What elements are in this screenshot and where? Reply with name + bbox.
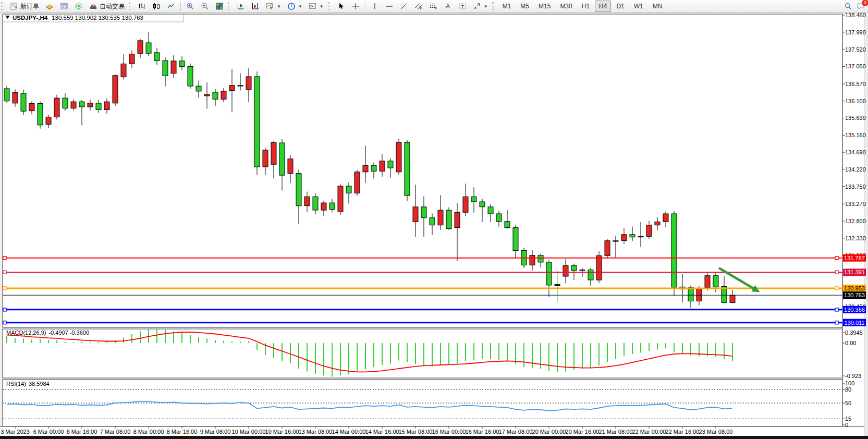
zoom-out-button[interactable] [198, 0, 212, 13]
crosshair-button[interactable] [348, 0, 363, 13]
chart-shift-button[interactable] [248, 0, 263, 13]
date-tick-label: 8 Mar 16:00 [167, 429, 198, 435]
periods-button[interactable]: ▼ [284, 0, 305, 13]
toolbar-grip[interactable] [228, 2, 231, 10]
candle-body [171, 61, 176, 74]
candle-body [113, 76, 118, 103]
candlestick-chart-icon [152, 2, 161, 10]
candle-body [388, 161, 393, 168]
text-label-tool-button[interactable]: T [455, 0, 470, 13]
text-icon: A [444, 2, 452, 10]
price-line-label-text: 131.391 [844, 269, 865, 275]
candle-body [129, 54, 135, 64]
market-watch-icon [60, 2, 68, 10]
text-tool-button[interactable]: A [441, 0, 455, 13]
line-handle[interactable] [835, 271, 838, 274]
candle-body [730, 295, 735, 302]
candle-body [455, 212, 460, 227]
candle-body [213, 92, 218, 99]
arrows-tool-button[interactable]: ▼ [470, 0, 491, 13]
date-tick-label: 21 Mar 08:00 [599, 429, 633, 435]
market-watch-button[interactable] [57, 0, 71, 13]
date-tick-label: 20 Mar 00:00 [532, 429, 566, 435]
timeframe-m5[interactable]: M5 [516, 1, 533, 12]
vertical-line-tool-button[interactable] [368, 0, 382, 13]
horizontal-line-tool-button[interactable] [382, 0, 397, 13]
candle-body [563, 265, 568, 276]
templates-button[interactable]: ▼ [305, 0, 327, 13]
crosshair-icon [351, 2, 360, 10]
line-handle[interactable] [3, 287, 6, 290]
candle-body [54, 98, 59, 117]
line-chart-icon [167, 2, 175, 10]
auto-scroll-button[interactable] [234, 0, 248, 13]
price-line-label-text: 130.011 [845, 320, 865, 326]
candle-body [29, 104, 34, 111]
trendline-tool-button[interactable] [397, 0, 411, 13]
date-tick-label: 3 Mar 2023 [1, 429, 30, 435]
line-handle[interactable] [835, 257, 838, 260]
candle-body [421, 207, 426, 218]
trendline-icon [400, 2, 408, 10]
price-tick-label: 133.750 [845, 184, 866, 190]
line-handle[interactable] [835, 308, 838, 311]
notifications-button[interactable]: 1 [857, 2, 865, 10]
fibonacci-tool-button[interactable]: F [426, 0, 441, 13]
current-price-label-text: 130.763 [844, 292, 865, 298]
price-tick-label: 135.160 [845, 132, 866, 138]
equidistant-channel-tool-button[interactable]: E [411, 0, 426, 13]
timeframe-m1[interactable]: M1 [498, 1, 516, 12]
candle-body [621, 235, 627, 241]
gold-tool-button[interactable] [42, 0, 57, 13]
line-chart-type-button[interactable] [164, 0, 178, 13]
candle-body [321, 203, 326, 210]
tile-windows-button[interactable] [212, 0, 227, 13]
timeframe-d1[interactable]: D1 [612, 1, 628, 12]
candle-body [588, 270, 593, 281]
search-icon[interactable] [844, 2, 852, 10]
cursor-button[interactable] [334, 0, 348, 13]
toolbar-grip[interactable] [328, 2, 332, 10]
auto-trading-icon [89, 2, 97, 10]
zoom-in-button[interactable] [183, 0, 198, 13]
chart-canvas[interactable]: 138.460137.990137.520137.050136.570136.1… [0, 0, 868, 439]
timeframe-w1[interactable]: W1 [630, 1, 647, 12]
candle-body [571, 265, 577, 271]
candlestick-chart-type-button[interactable] [149, 0, 164, 13]
svg-text:A: A [446, 3, 450, 10]
date-tick-label: 14 Mar 16:00 [365, 429, 399, 435]
line-handle[interactable] [835, 321, 838, 324]
line-handle[interactable] [3, 257, 6, 260]
timeframe-m30[interactable]: M30 [556, 1, 576, 12]
toolbar-grip[interactable] [492, 2, 496, 10]
auto-trading-button[interactable]: 自动交易 [86, 0, 128, 13]
rsi-tick-label: 80 [845, 386, 851, 393]
date-tick-label: 10 Mar 16:00 [265, 429, 299, 435]
timeframe-m15[interactable]: M15 [534, 1, 555, 12]
bar-chart-type-button[interactable] [135, 0, 149, 13]
candle-body [254, 77, 260, 167]
line-handle[interactable] [3, 308, 6, 311]
candle-body [288, 159, 293, 174]
toolbar-grip[interactable] [1, 2, 5, 10]
candle-body [505, 222, 510, 228]
candle-body [663, 214, 668, 222]
right-gutter[interactable] [864, 13, 868, 436]
toolbar-grip[interactable] [129, 2, 132, 10]
timeframe-h4[interactable]: H4 [595, 1, 611, 12]
candle-body [38, 104, 43, 125]
zoom-in-icon [186, 2, 194, 10]
timeframe-h1[interactable]: H1 [578, 1, 594, 12]
new-order-button[interactable]: 新订单 [7, 0, 42, 13]
line-handle[interactable] [3, 271, 6, 274]
candle-body [263, 150, 268, 167]
signals-button[interactable] [71, 0, 86, 13]
line-handle[interactable] [3, 321, 6, 324]
indicators-button[interactable]: ▼ [263, 0, 284, 13]
line-handle[interactable] [835, 287, 838, 290]
candle-body [538, 255, 543, 262]
timeframe-mn[interactable]: MN [649, 1, 667, 12]
vertical-line-icon [371, 2, 379, 10]
candle-body [513, 228, 518, 251]
macd-pane[interactable] [3, 329, 842, 378]
